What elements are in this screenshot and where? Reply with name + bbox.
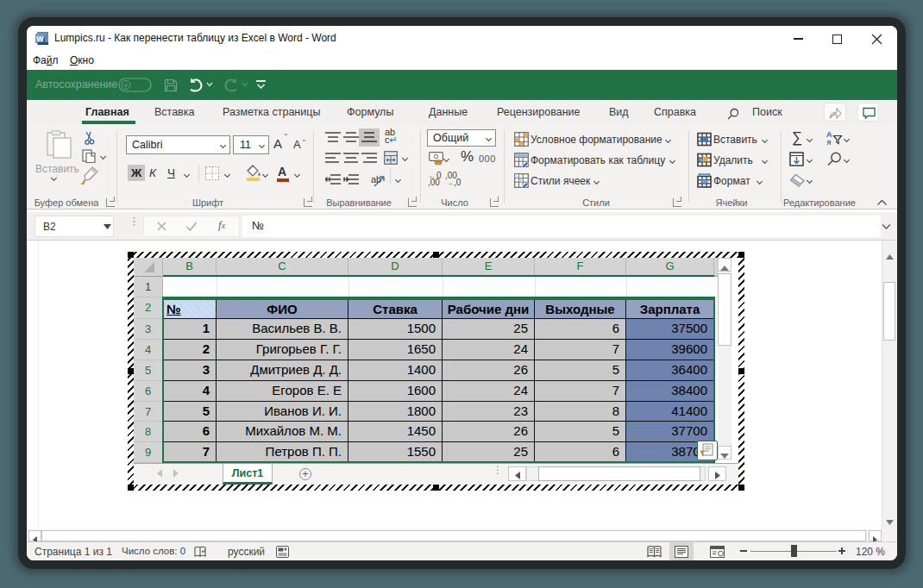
- svg-text:✳: ✳: [123, 82, 129, 90]
- svg-text:я: я: [827, 138, 832, 146]
- svg-text:ab: ab: [371, 174, 381, 185]
- svg-text:W: W: [36, 34, 44, 43]
